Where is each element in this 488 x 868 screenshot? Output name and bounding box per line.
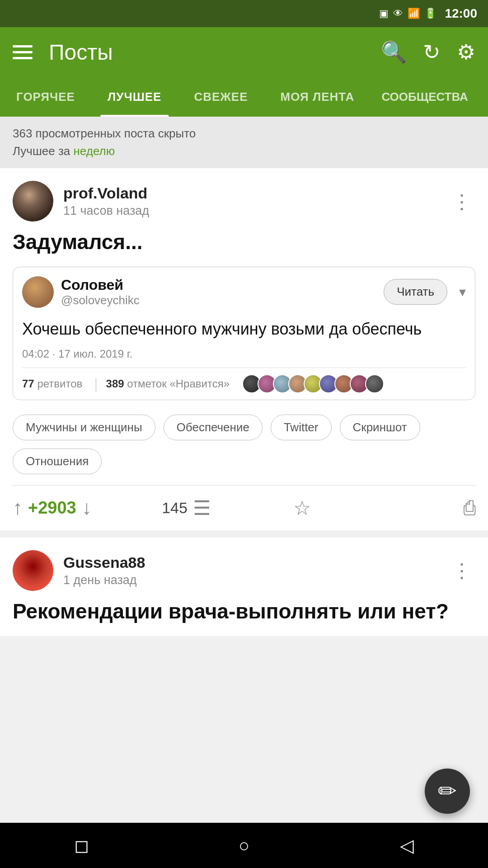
post-header-2: Gussena88 1 день назад ⋮	[0, 538, 488, 598]
tweet-handle: @soloveychikc	[61, 293, 376, 307]
retweet-count: 77 ретвитов	[22, 377, 82, 390]
share-icon[interactable]: ⎙	[464, 496, 475, 519]
post-title-2: Рекомендации врача-выполнять или нет?	[0, 598, 488, 636]
like-avatars	[242, 374, 380, 393]
like-avatar-9	[365, 374, 384, 393]
tweet-header: Соловей @soloveychikc Читать ▾	[13, 267, 475, 312]
downvote-icon[interactable]: ↓	[82, 496, 92, 519]
tag-provision[interactable]: Обеспечение	[164, 415, 263, 440]
tweet-avatar	[22, 276, 54, 308]
tweet-body: Хочешь обеспеченного мужчину возьми да о…	[13, 312, 475, 348]
post-username-2[interactable]: Gussena88	[63, 554, 448, 571]
comment-icon[interactable]: ☰	[193, 496, 211, 519]
post-more-button-2[interactable]: ⋮	[448, 555, 475, 585]
post-time-2: 1 день назад	[63, 573, 448, 587]
avatar-voland	[13, 181, 53, 222]
post-more-button-1[interactable]: ⋮	[448, 186, 475, 217]
fab-compose[interactable]: ✏	[425, 769, 470, 814]
tab-bar: ГОРЯЧЕЕ ЛУЧШЕЕ СВЕЖЕЕ МОЯ ЛЕНТА СООБЩЕСТ…	[0, 77, 488, 117]
bottom-nav-home[interactable]: ○	[217, 827, 271, 863]
tab-feed[interactable]: МОЯ ЛЕНТА	[264, 77, 371, 117]
bottom-nav-back[interactable]: ◁	[380, 827, 434, 863]
eye-icon: 👁	[393, 8, 403, 19]
tag-screenshot[interactable]: Скриншот	[340, 415, 420, 440]
best-period-label: Лучшее за	[13, 144, 74, 158]
refresh-icon[interactable]: ↻	[423, 40, 441, 64]
post-header-1: prof.Voland 11 часов назад ⋮	[0, 168, 488, 229]
favorite-group: ☆	[244, 496, 360, 519]
vote-count: +2903	[28, 498, 76, 518]
tweet-date: 04:02 · 17 июл. 2019 г.	[13, 348, 475, 368]
post-card-2: Gussena88 1 день назад ⋮ Рекомендации вр…	[0, 538, 488, 636]
bottom-nav-square[interactable]: ◻	[54, 827, 108, 863]
signal-icon: 📶	[408, 8, 420, 19]
filter-bar: 363 просмотренных поста скрыто Лучшее за…	[0, 117, 488, 168]
hidden-count: 363 просмотренных поста скрыто	[13, 127, 196, 140]
search-icon[interactable]: 🔍	[381, 40, 407, 64]
status-icons: ▣ 👁 📶 🔋 12:00	[379, 6, 477, 21]
tab-best[interactable]: ЛУЧШЕЕ	[91, 77, 178, 117]
comment-group: 145 ☰	[128, 496, 244, 519]
tweet-stats: 77 ретвитов | 389 отметок «Нравится»	[13, 368, 475, 400]
filter-icon[interactable]: ⚙	[457, 40, 475, 64]
period-link[interactable]: неделю	[74, 144, 115, 158]
tag-relations[interactable]: Отношения	[13, 448, 102, 474]
nav-actions: 🔍 ↻ ⚙	[381, 40, 475, 64]
tag-twitter[interactable]: Twitter	[271, 415, 332, 440]
post-meta-1: prof.Voland 11 часов назад	[63, 184, 448, 218]
post-title-1: Задумался...	[0, 229, 488, 267]
upvote-icon[interactable]: ↑	[13, 496, 23, 519]
menu-button[interactable]	[13, 45, 33, 59]
favorite-icon[interactable]: ☆	[293, 496, 311, 519]
nfc-icon: ▣	[379, 8, 389, 19]
tab-community[interactable]: СООБЩЕСТВА	[371, 77, 479, 117]
likes-count: 389 отметок «Нравится»	[106, 377, 230, 390]
tab-fresh[interactable]: СВЕЖЕЕ	[178, 77, 264, 117]
battery-icon: 🔋	[424, 8, 436, 19]
tweet-read-button[interactable]: Читать	[384, 279, 447, 305]
post-card-1: prof.Voland 11 часов назад ⋮ Задумался..…	[0, 168, 488, 530]
post-time-1: 11 часов назад	[63, 204, 448, 218]
page-title: Посты	[49, 40, 370, 65]
comment-count: 145	[162, 499, 188, 517]
tweet-embed-1: Соловей @soloveychikc Читать ▾ Хочешь об…	[13, 267, 475, 400]
tag-men-women[interactable]: Мужчины и женщины	[13, 415, 155, 440]
tab-hot[interactable]: ГОРЯЧЕЕ	[0, 77, 91, 117]
vote-group: ↑ +2903 ↓	[13, 496, 128, 519]
bottom-navigation: ◻ ○ ◁	[0, 823, 488, 868]
tweet-expand-icon[interactable]: ▾	[459, 284, 466, 300]
top-navigation: Посты 🔍 ↻ ⚙	[0, 27, 488, 77]
tweet-user-info: Соловей @soloveychikc	[61, 277, 376, 307]
post-username-1[interactable]: prof.Voland	[63, 184, 448, 202]
share-group: ⎙	[360, 496, 475, 519]
post-actions-1: ↑ +2903 ↓ 145 ☰ ☆ ⎙	[0, 486, 488, 530]
tweet-display-name: Соловей	[61, 277, 376, 293]
avatar-gussena	[13, 550, 53, 591]
edit-icon: ✏	[438, 778, 457, 804]
post-tags-1: Мужчины и женщины Обеспечение Twitter Ск…	[0, 411, 488, 485]
status-bar: ▣ 👁 📶 🔋 12:00	[0, 0, 488, 27]
status-time: 12:00	[445, 6, 477, 21]
post-meta-2: Gussena88 1 день назад	[63, 554, 448, 587]
